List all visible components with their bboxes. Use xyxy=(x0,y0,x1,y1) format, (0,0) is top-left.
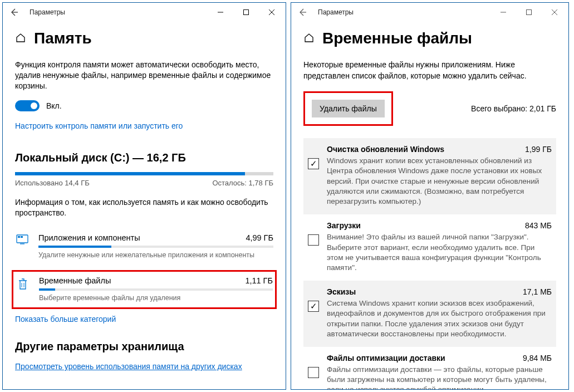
temp-file-desc: Windows хранит копии всех установленных … xyxy=(327,156,552,207)
trash-icon xyxy=(16,276,30,291)
temp-file-desc: Файлы оптимизации доставки — это файлы, … xyxy=(327,365,552,389)
temp-file-size: 9,84 МБ xyxy=(523,354,552,362)
titlebar: Параметры xyxy=(3,3,286,22)
category-bar xyxy=(38,246,273,248)
back-button[interactable] xyxy=(6,4,22,20)
disk-remaining-label: Осталось: 1,78 ГБ xyxy=(212,179,273,187)
maximize-button[interactable] xyxy=(233,4,259,21)
temp-file-title: Эскизы xyxy=(327,287,356,296)
usage-info: Информация о том, как используется памят… xyxy=(15,197,273,218)
window-title: Параметры xyxy=(318,8,354,16)
temp-file-item: Очистка обновлений Windows1,99 ГБWindows… xyxy=(303,138,556,214)
category-size: 4,99 ГБ xyxy=(246,233,273,242)
temp-file-checkbox[interactable] xyxy=(308,158,319,169)
settings-window-storage: Параметры Память Функция контроля памяти… xyxy=(2,2,286,390)
other-storage-title: Другие параметры хранилища xyxy=(15,340,273,353)
home-icon[interactable] xyxy=(15,32,26,45)
svg-rect-11 xyxy=(527,10,532,15)
svg-rect-5 xyxy=(18,236,20,238)
svg-rect-1 xyxy=(244,10,249,15)
maximize-button[interactable] xyxy=(516,4,542,21)
storage-sense-toggle[interactable] xyxy=(15,100,40,111)
toggle-label: Вкл. xyxy=(46,101,62,110)
category-bar xyxy=(39,288,273,291)
delete-files-button[interactable]: Удалить файлы xyxy=(312,100,385,117)
temp-file-size: 1,99 ГБ xyxy=(525,145,552,154)
temp-file-item: Файлы оптимизации доставки9,84 МБФайлы о… xyxy=(303,347,556,389)
titlebar: Параметры xyxy=(291,3,568,22)
svg-rect-6 xyxy=(21,236,23,238)
temp-file-size: 17,1 МБ xyxy=(523,287,552,296)
category-desc: Выберите временные файлы для удаления xyxy=(39,294,273,302)
window-title: Параметры xyxy=(30,8,65,16)
page-title: Память xyxy=(34,30,92,47)
temp-file-size: 843 МБ xyxy=(525,221,552,230)
temp-file-desc: Внимание! Это файлы из вашей личной папк… xyxy=(327,232,552,273)
temp-file-checkbox[interactable] xyxy=(308,367,319,378)
settings-window-temp-files: Параметры Временные файлы Некоторые врем… xyxy=(291,2,569,390)
temp-files-desc: Некоторые временные файлы нужны приложен… xyxy=(303,60,556,81)
category-title: Приложения и компоненты xyxy=(38,233,140,242)
temp-file-desc: Система Windows хранит копии эскизов все… xyxy=(327,298,552,339)
category-desc: Удалите ненужные или нежелательные прило… xyxy=(38,251,273,259)
temp-files-list: Очистка обновлений Windows1,99 ГБWindows… xyxy=(303,138,556,389)
temp-file-title: Файлы оптимизации доставки xyxy=(327,354,445,362)
minimize-button[interactable] xyxy=(490,4,516,21)
temp-file-title: Очистка обновлений Windows xyxy=(327,145,444,154)
home-icon[interactable] xyxy=(303,32,315,45)
total-selected: Всего выбрано: 2,01 ГБ xyxy=(471,104,556,113)
category-size: 1,11 ГБ xyxy=(245,276,273,285)
disk-used-label: Использовано 14,4 ГБ xyxy=(15,179,90,187)
temp-file-checkbox[interactable] xyxy=(308,234,319,246)
page-title: Временные файлы xyxy=(322,30,472,47)
back-button[interactable] xyxy=(295,4,310,20)
minimize-button[interactable] xyxy=(208,4,233,21)
apps-icon xyxy=(15,233,30,244)
temp-file-item: Эскизы17,1 МБСистема Windows хранит копи… xyxy=(303,281,556,347)
configure-storage-sense-link[interactable]: Настроить контроль памяти или запустить … xyxy=(15,121,273,130)
show-more-categories-link[interactable]: Показать больше категорий xyxy=(15,315,273,324)
close-button[interactable] xyxy=(542,4,567,21)
temp-file-item: Загрузки843 МБВнимание! Это файлы из ваш… xyxy=(303,214,556,281)
category-apps[interactable]: Приложения и компоненты 4,99 ГБ Удалите … xyxy=(15,229,273,267)
disk-title: Локальный диск (C:) — 16,2 ГБ xyxy=(15,151,273,164)
category-temp-files[interactable]: Временные файлы 1,11 ГБ Выберите временн… xyxy=(12,270,277,309)
temp-file-title: Загрузки xyxy=(327,221,361,230)
storage-sense-desc: Функция контроля памяти может автоматиче… xyxy=(15,60,273,91)
disk-usage-bar xyxy=(15,172,273,175)
other-disks-link[interactable]: Просмотреть уровень использования памяти… xyxy=(15,362,273,371)
close-button[interactable] xyxy=(259,4,284,21)
category-title: Временные файлы xyxy=(39,276,111,285)
delete-highlight: Удалить файлы xyxy=(303,91,393,126)
temp-file-checkbox[interactable] xyxy=(308,301,319,312)
